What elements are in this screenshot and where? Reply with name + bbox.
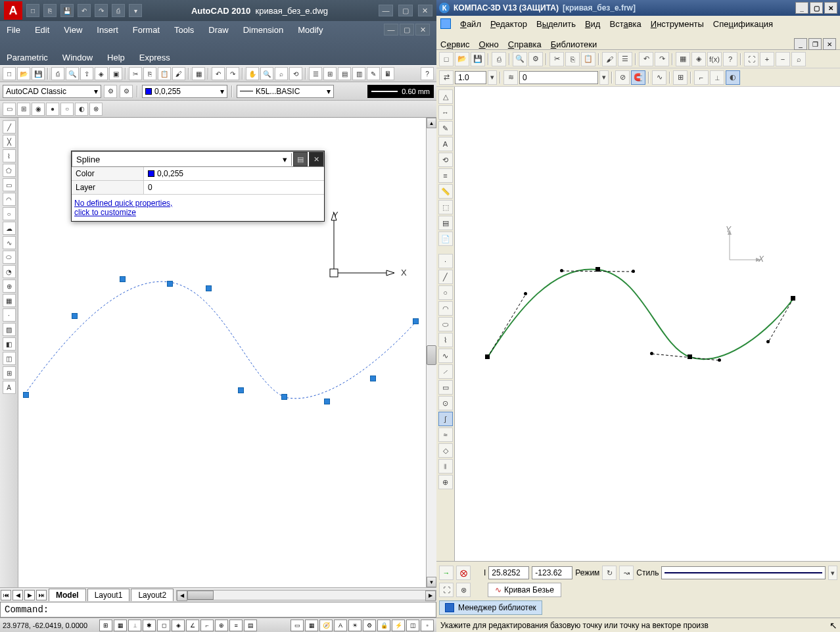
- cut-icon[interactable]: ✂: [129, 67, 142, 80]
- polar-toggle-icon[interactable]: ✱: [143, 620, 156, 631]
- variables-icon[interactable]: ◈: [691, 52, 706, 66]
- point-icon[interactable]: ·: [3, 308, 16, 322]
- revcloud-icon[interactable]: ☁: [3, 222, 16, 235]
- qp-value-color[interactable]: 0,0,255: [144, 167, 324, 180]
- aux-tool-icon[interactable]: ⊙: [438, 396, 453, 410]
- menu-service[interactable]: Сервис: [440, 39, 470, 49]
- autocad-logo-icon[interactable]: A: [4, 1, 22, 20]
- scroll-left-icon[interactable]: ◀: [177, 591, 187, 601]
- reports-icon[interactable]: 📄: [438, 231, 453, 246]
- rectangle-icon[interactable]: ▭: [3, 178, 16, 191]
- local-cs-icon[interactable]: ⌐: [694, 70, 709, 85]
- menu-format[interactable]: Format: [133, 25, 160, 35]
- scale-input[interactable]: [455, 71, 486, 84]
- menu-doc-icon[interactable]: [440, 18, 451, 29]
- zoom-realtime-icon[interactable]: 🔍: [260, 67, 273, 80]
- horizontal-scrollbar[interactable]: ◀ ▶: [176, 590, 436, 600]
- menu-express[interactable]: Express: [139, 53, 170, 62]
- menu-editor[interactable]: Редактор: [490, 19, 527, 29]
- menu-draw[interactable]: Draw: [208, 25, 228, 35]
- preview-icon[interactable]: 🔍: [513, 52, 527, 66]
- menu-help[interactable]: Справка: [508, 39, 542, 49]
- block-icon[interactable]: ▦: [192, 67, 205, 80]
- curve-handle[interactable]: [718, 358, 721, 362]
- circle-tool-icon[interactable]: ○: [438, 285, 453, 300]
- osnap-toggle-icon[interactable]: ◻: [157, 620, 170, 631]
- clean-icon[interactable]: ▫: [421, 620, 434, 631]
- menu-instruments[interactable]: Инструменты: [651, 19, 704, 29]
- pline-icon[interactable]: ⌇: [3, 149, 16, 162]
- print-icon[interactable]: ⎙: [492, 52, 506, 66]
- menu-parametric[interactable]: Parametric: [7, 53, 48, 62]
- qp-row-layer[interactable]: Layer 0: [72, 181, 324, 195]
- spec-icon[interactable]: ▤: [438, 216, 453, 230]
- iso-icon[interactable]: ◫: [406, 620, 419, 631]
- menu-view[interactable]: View: [64, 25, 82, 35]
- doc-minimize-button[interactable]: —: [384, 24, 398, 36]
- measure-icon[interactable]: 📏: [438, 184, 453, 199]
- spline-grip[interactable]: [120, 276, 126, 282]
- arc-tool-icon[interactable]: ◠: [438, 301, 453, 316]
- spline-grip[interactable]: [238, 387, 244, 393]
- design-center-icon[interactable]: ⊞: [323, 67, 337, 80]
- scroll-up-icon[interactable]: ▲: [427, 118, 436, 128]
- vertical-scrollbar[interactable]: ▲ ▼: [426, 118, 436, 587]
- minimize-button[interactable]: —: [379, 5, 393, 16]
- zoom-window-icon[interactable]: ⌕: [791, 52, 806, 66]
- scroll-right-icon[interactable]: ▶: [425, 591, 436, 601]
- spline-grip[interactable]: [167, 281, 173, 287]
- style-combo[interactable]: [661, 566, 826, 579]
- mtext-icon[interactable]: A: [3, 381, 16, 394]
- help-icon[interactable]: ?: [421, 67, 434, 80]
- new-icon[interactable]: □: [3, 67, 16, 80]
- plot-icon[interactable]: ⎙: [51, 67, 64, 80]
- arc-icon[interactable]: ◠: [3, 193, 16, 206]
- scroll-thumb-h[interactable]: [187, 591, 214, 600]
- tab-next-icon[interactable]: ▶: [24, 590, 35, 600]
- scroll-down-icon[interactable]: ▼: [427, 577, 436, 587]
- zoom-in-icon[interactable]: +: [760, 52, 774, 66]
- realistic-icon[interactable]: ●: [46, 103, 59, 116]
- menu-libs[interactable]: Библиотеки: [551, 39, 597, 49]
- ducs-toggle-icon[interactable]: ⌐: [200, 620, 214, 631]
- spline-grip[interactable]: [281, 394, 287, 400]
- ws-icon[interactable]: ⚙: [363, 620, 376, 631]
- tab-layout2[interactable]: Layout2: [131, 589, 174, 601]
- spline-grip[interactable]: [206, 285, 212, 291]
- circle-icon[interactable]: ○: [3, 207, 16, 220]
- minimize-button[interactable]: _: [795, 2, 808, 14]
- markup-icon[interactable]: ✎: [367, 67, 380, 80]
- match-icon[interactable]: 🖌: [172, 67, 185, 80]
- mode-open-icon[interactable]: ↝: [619, 566, 634, 580]
- qp-options-icon[interactable]: ▤: [293, 152, 308, 166]
- curve-node[interactable]: [595, 267, 600, 272]
- curve-tool-icon[interactable]: ∿: [438, 349, 453, 363]
- curve-handle[interactable]: [632, 270, 635, 273]
- cursor-mode-icon[interactable]: I: [484, 568, 486, 577]
- ellipse-arc-icon[interactable]: ◔: [3, 265, 16, 278]
- redo-icon[interactable]: ↷: [226, 67, 239, 80]
- zoom-out-icon[interactable]: −: [776, 52, 790, 66]
- quick-properties-panel[interactable]: Spline▾ ▤ ✕ Color 0,0,255 Layer 0: [71, 151, 325, 222]
- snap-toggle-icon[interactable]: ⊞: [99, 620, 112, 631]
- zoom-window-icon[interactable]: ⌕: [275, 67, 288, 80]
- properties-icon[interactable]: ☰: [309, 67, 322, 80]
- qat-redo-icon[interactable]: ↷: [95, 4, 108, 17]
- spline-grip[interactable]: [324, 399, 330, 404]
- redo-icon[interactable]: ↷: [655, 52, 669, 66]
- color-combo[interactable]: 0,0,255▾: [142, 85, 227, 98]
- polygon-icon[interactable]: ⬠: [3, 164, 16, 177]
- drawing-canvas[interactable]: Spline▾ ▤ ✕ Color 0,0,255 Layer 0: [18, 118, 426, 587]
- linetype-combo[interactable]: K5L...BASIC▾: [237, 85, 334, 98]
- ortho-toggle-icon[interactable]: ⟂: [128, 620, 141, 631]
- current-state-icon[interactable]: ⇄: [439, 70, 454, 85]
- table-icon[interactable]: ⊞: [3, 366, 16, 379]
- conceptual-icon[interactable]: ○: [60, 103, 74, 116]
- properties-icon[interactable]: ☰: [618, 52, 632, 66]
- subdoc-close-button[interactable]: ✕: [823, 38, 836, 50]
- continuous-tool-icon[interactable]: ⌇: [438, 333, 453, 347]
- curve-handle[interactable]: [650, 352, 653, 355]
- sheetset-icon[interactable]: ▥: [352, 67, 365, 80]
- scroll-thumb[interactable]: [427, 345, 436, 365]
- qp-close-icon[interactable]: ✕: [309, 152, 323, 166]
